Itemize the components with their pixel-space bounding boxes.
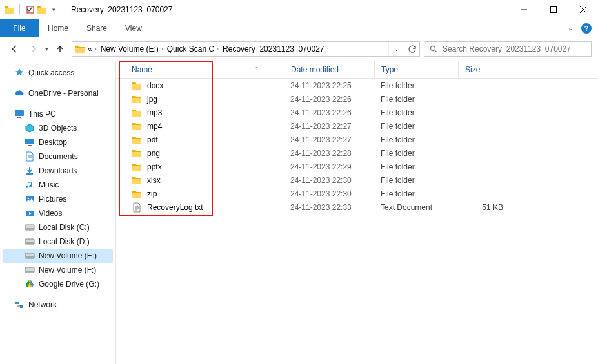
disk-icon [25,222,35,233]
sidebar-this-pc[interactable]: This PC [3,107,113,121]
title-sep [63,4,63,15]
qat-folder-icon [4,5,14,15]
minimize-button[interactable] [509,0,539,19]
sidebar-item-label: Desktop [39,138,67,147]
file-date: 24-11-2023 22:26 [284,108,374,117]
sidebar-item[interactable]: 3D Objects [3,121,113,135]
star-icon [14,68,25,78]
list-item[interactable]: mp324-11-2023 22:26File folder [116,106,598,119]
crumb-0[interactable]: New Volume (E:)› [99,44,164,53]
search-input[interactable] [443,44,587,53]
list-item[interactable]: docx24-11-2023 22:25File folder [116,79,598,92]
folder-icon [132,81,142,91]
documents-icon [25,151,35,162]
sidebar-quick-access[interactable]: Quick access [3,66,113,80]
search-icon [428,44,439,54]
address-bar[interactable]: « › New Volume (E:)› Quick Scan C› Recov… [72,41,420,57]
column-type[interactable]: Type [374,61,458,78]
refresh-button[interactable] [404,42,419,56]
file-date: 24-11-2023 22:26 [284,95,374,104]
sidebar-item[interactable]: Local Disk (D:) [3,235,113,249]
tab-home[interactable]: Home [39,19,77,37]
sidebar-item-label: New Volume (F:) [39,265,96,274]
list-item[interactable]: png24-11-2023 22:28File folder [116,146,598,160]
ribbon: File Home Share View ⌄ ? [0,19,598,37]
crumb-overflow[interactable]: « › [86,44,98,53]
file-type: File folder [374,108,458,117]
file-name: pdf [147,135,158,144]
column-date[interactable]: Date modified [284,61,374,78]
file-name: mp3 [147,108,162,117]
network-icon [14,300,25,310]
sidebar-item-label: Downloads [39,166,77,175]
pictures-icon [25,194,35,204]
crumb-0-label: New Volume (E:) [101,44,159,53]
list-item[interactable]: zip24-11-2023 22:30File folder [116,187,598,200]
list-item[interactable]: mp424-11-2023 22:27File folder [116,119,598,133]
file-tab[interactable]: File [0,19,39,37]
history-dropdown-icon[interactable]: ▾ [45,46,48,52]
file-list[interactable]: docx24-11-2023 22:25File folderjpg24-11-… [116,79,598,364]
search-box[interactable] [424,41,592,57]
disk-icon [25,236,35,247]
file-name: zip [147,189,157,198]
window-title: Recovery_20231123_070027 [71,5,172,14]
column-name[interactable]: Name ˄ [116,65,284,74]
music-icon [25,180,35,190]
file-type: File folder [374,95,458,104]
list-item[interactable]: RecoveryLog.txt24-11-2023 22:33Text Docu… [116,200,598,214]
list-item[interactable]: jpg24-11-2023 22:26File folder [116,92,598,106]
list-item[interactable]: pdf24-11-2023 22:27File folder [116,133,598,146]
file-name: RecoveryLog.txt [147,203,203,212]
qat-newfolder-icon[interactable] [37,5,47,15]
up-button[interactable] [52,41,68,57]
sidebar-network[interactable]: Network [3,298,113,312]
sidebar-item[interactable]: Local Disk (C:) [3,220,113,235]
crumb-1[interactable]: Quick Scan C› [166,44,220,53]
file-date: 24-11-2023 22:29 [284,162,374,171]
gdrive-icon [25,279,35,289]
sidebar-item[interactable]: Google Drive (G:) [3,277,113,291]
navigation-pane[interactable]: Quick access OneDrive - Personal This PC… [0,61,116,364]
address-dropdown-button[interactable]: ⌄ [388,42,404,56]
folder-icon [132,148,142,158]
sidebar-item[interactable]: New Volume (E:) [3,249,113,263]
tab-view[interactable]: View [116,19,151,37]
sidebar-item-label: Videos [39,209,62,218]
sidebar-item[interactable]: Downloads [3,164,113,178]
qat-dropdown-icon[interactable]: ▾ [48,5,59,15]
sidebar-item-label: 3D Objects [39,124,77,133]
sidebar-label: This PC [28,110,56,119]
column-size[interactable]: Size [458,61,510,78]
list-item[interactable]: pptx24-11-2023 22:29File folder [116,160,598,173]
qat-properties-icon[interactable] [25,5,35,15]
back-button[interactable] [6,41,22,57]
sidebar-item[interactable]: Music [3,178,113,192]
list-item[interactable]: xlsx24-11-2023 22:30File folder [116,173,598,187]
sidebar-item[interactable]: Desktop [3,135,113,149]
sidebar-item-label: Local Disk (C:) [39,223,90,232]
file-type: Text Document [374,203,458,212]
crumb-2[interactable]: Recovery_20231123_070027› [221,44,330,53]
tab-share[interactable]: Share [77,19,116,37]
column-type-label: Type [381,65,398,74]
help-button[interactable]: ? [581,23,592,34]
sidebar-item-label: Google Drive (G:) [39,280,99,289]
disk-icon [25,265,35,275]
file-date: 24-11-2023 22:30 [284,189,374,198]
sidebar-item[interactable]: Videos [3,206,113,220]
sidebar-onedrive[interactable]: OneDrive - Personal [3,86,113,101]
file-date: 24-11-2023 22:33 [284,203,374,212]
sidebar-label: Quick access [28,68,74,77]
videos-icon [25,208,35,218]
sidebar-item[interactable]: Pictures [3,192,113,206]
forward-button[interactable] [26,41,41,57]
sort-indicator-icon: ˄ [255,66,258,73]
close-button[interactable] [568,0,598,19]
sidebar-item[interactable]: New Volume (F:) [3,263,113,277]
maximize-button[interactable] [539,0,568,19]
folder-icon [132,162,142,172]
ribbon-expand-icon[interactable]: ⌄ [568,24,573,32]
cloud-icon [14,88,25,99]
sidebar-item[interactable]: Documents [3,149,113,164]
